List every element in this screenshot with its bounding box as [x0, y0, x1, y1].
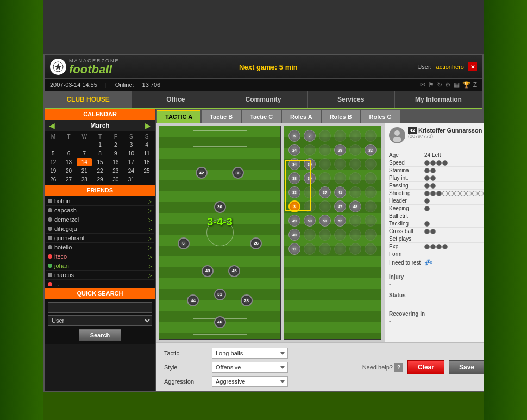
mail-icon[interactable]: ✉: [420, 81, 425, 89]
cal-day-3[interactable]: 3: [124, 141, 139, 149]
tab-roles-a[interactable]: Roles A: [282, 110, 321, 123]
player-6[interactable]: 6: [178, 237, 190, 249]
cal-day-28[interactable]: 28: [77, 175, 92, 184]
stats-icon[interactable]: ▦: [454, 81, 460, 89]
grid-player-41[interactable]: 41: [334, 186, 346, 198]
friend-more[interactable]: ...: [46, 280, 154, 288]
player-45[interactable]: 45: [228, 265, 240, 277]
grid-player-37[interactable]: 37: [319, 186, 331, 198]
cal-day-9[interactable]: 9: [108, 149, 123, 158]
tab-tactic-a[interactable]: TACTIC A: [157, 110, 200, 123]
tab-roles-b[interactable]: Roles B: [322, 110, 360, 123]
friend-iteco[interactable]: iteco ▷: [46, 252, 154, 261]
cal-day-20[interactable]: 20: [61, 167, 77, 175]
cal-day-16[interactable]: 16: [108, 158, 123, 166]
cal-day-19[interactable]: 19: [46, 167, 61, 175]
search-input[interactable]: [48, 302, 152, 313]
cal-day-22[interactable]: 22: [92, 167, 108, 175]
cal-day-24[interactable]: 24: [124, 167, 139, 175]
refresh-icon[interactable]: ↻: [437, 81, 442, 89]
player-46[interactable]: 46: [214, 316, 226, 328]
grid-player-40[interactable]: 40: [288, 229, 300, 241]
player-30[interactable]: 30: [214, 201, 226, 213]
cal-day-11[interactable]: 11: [139, 149, 154, 158]
friend-hotello[interactable]: hotello ▷: [46, 243, 154, 252]
friend-bohlin[interactable]: bohlin ▷: [46, 197, 154, 206]
grid-player-33[interactable]: 33: [288, 186, 300, 198]
cal-day-15[interactable]: 15: [92, 158, 108, 166]
cal-day-13[interactable]: 13: [61, 158, 77, 166]
grid-player-24[interactable]: 24: [288, 144, 300, 156]
grid-player-49[interactable]: 49: [288, 215, 300, 227]
grid-player-48[interactable]: 48: [349, 200, 361, 212]
flag-icon[interactable]: ⚑: [428, 81, 434, 89]
cal-day-26[interactable]: 26: [46, 175, 61, 184]
friend-marcus[interactable]: marcus ▷: [46, 271, 154, 280]
cal-day-2[interactable]: 2: [108, 141, 123, 149]
save-button[interactable]: Save: [449, 360, 485, 374]
grid-player-34[interactable]: 34: [288, 158, 300, 170]
grid-player-39[interactable]: 39: [304, 172, 316, 184]
player-43[interactable]: 43: [202, 265, 214, 277]
aggression-select[interactable]: Aggressive Normal Passive: [212, 376, 288, 387]
cal-day-14-today[interactable]: 14: [77, 158, 92, 166]
help-button[interactable]: ?: [394, 363, 403, 372]
player-42[interactable]: 42: [196, 167, 208, 179]
calendar-prev[interactable]: ◀: [49, 121, 55, 130]
cal-day-8[interactable]: 8: [92, 149, 108, 158]
grid-player-47[interactable]: 47: [334, 200, 346, 212]
nav-community[interactable]: Community: [219, 91, 307, 108]
style-select[interactable]: Offensive Defensive Balanced: [212, 362, 288, 373]
player-36[interactable]: 36: [232, 167, 244, 179]
grid-player-11[interactable]: 11: [288, 243, 300, 255]
friend-capcash[interactable]: capcash ▷: [46, 206, 154, 215]
friend-dihegoja[interactable]: dihegoja ▷: [46, 224, 154, 234]
trophy-icon[interactable]: 🏆: [462, 81, 470, 89]
nav-my-information[interactable]: My Information: [395, 91, 482, 108]
settings-icon[interactable]: ⚙: [445, 81, 451, 89]
player-31[interactable]: 31: [214, 289, 226, 300]
grid-player-50[interactable]: 50: [304, 215, 316, 227]
cal-day-6[interactable]: 6: [61, 149, 77, 158]
cal-day-29[interactable]: 29: [92, 175, 108, 184]
cal-day-31[interactable]: 31: [124, 175, 139, 184]
friend-demerzel[interactable]: demerzel ▷: [46, 215, 154, 224]
cal-day-7[interactable]: 7: [77, 149, 92, 158]
player-28[interactable]: 28: [241, 294, 253, 306]
grid-player-7[interactable]: 7: [304, 130, 316, 142]
grid-player-38[interactable]: 38: [288, 172, 300, 184]
grid-player-32[interactable]: 32: [365, 144, 377, 156]
nav-services[interactable]: Services: [308, 91, 395, 108]
friend-johan[interactable]: johan ▷: [46, 261, 154, 271]
cal-day-27[interactable]: 27: [61, 175, 77, 184]
player-26[interactable]: 26: [250, 237, 262, 249]
z-icon[interactable]: Z: [473, 81, 477, 89]
grid-player-29[interactable]: 29: [334, 144, 346, 156]
grid-player-52[interactable]: 52: [334, 215, 346, 227]
cal-day-10[interactable]: 10: [124, 149, 139, 158]
cal-day-1[interactable]: 1: [92, 141, 108, 149]
search-button[interactable]: Search: [79, 329, 122, 341]
cal-day-18[interactable]: 18: [139, 158, 154, 166]
cal-day-25[interactable]: 25: [139, 167, 154, 175]
nav-office[interactable]: Office: [132, 91, 219, 108]
clear-button[interactable]: Clear: [407, 360, 444, 374]
grid-player-5[interactable]: 5: [288, 130, 300, 142]
grid-player-35[interactable]: 35: [304, 158, 316, 170]
close-button[interactable]: ✕: [468, 62, 477, 71]
cal-day-21[interactable]: 21: [77, 167, 92, 175]
calendar-next[interactable]: ▶: [145, 121, 151, 130]
cal-day-17[interactable]: 17: [124, 158, 139, 166]
grid-player-3[interactable]: 3: [288, 200, 300, 212]
player-44[interactable]: 44: [187, 294, 199, 306]
tactic-select[interactable]: Long balls Short passing Mixed: [212, 348, 288, 359]
search-type-select[interactable]: User Team Player: [48, 315, 152, 326]
tab-roles-c[interactable]: Roles C: [361, 110, 400, 123]
tab-tactic-c[interactable]: Tactic C: [242, 110, 281, 123]
nav-clubhouse[interactable]: CLUB HOUSE: [45, 91, 132, 108]
cal-day-12[interactable]: 12: [46, 158, 61, 166]
cal-day-4[interactable]: 4: [139, 141, 154, 149]
cal-day-23[interactable]: 23: [108, 167, 123, 175]
friend-gunnebrant[interactable]: gunnebrant ▷: [46, 234, 154, 243]
tab-tactic-b[interactable]: Tactic B: [202, 110, 241, 123]
